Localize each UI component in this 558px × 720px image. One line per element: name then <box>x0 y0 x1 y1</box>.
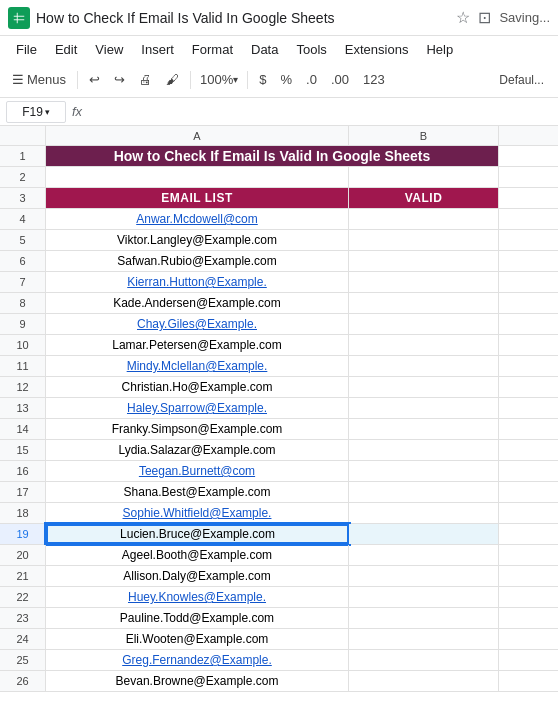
cell-reference[interactable]: F19 ▾ <box>6 101 66 123</box>
cell-21-email[interactable]: Allison.Daly@Example.com <box>46 566 349 586</box>
cell-10-email[interactable]: Lamar.Petersen@Example.com <box>46 335 349 355</box>
cell-19-valid[interactable] <box>349 524 499 544</box>
row-num-16: 16 <box>0 461 46 481</box>
font-selector[interactable]: Defaul... <box>491 69 552 91</box>
cell-2b[interactable] <box>349 167 499 187</box>
cell-17-email[interactable]: Shana.Best@Example.com <box>46 482 349 502</box>
print-icon: 🖨 <box>139 72 152 87</box>
currency-label: $ <box>259 72 266 87</box>
row-num-25: 25 <box>0 650 46 670</box>
cell-20-valid[interactable] <box>349 545 499 565</box>
cell-21-valid[interactable] <box>349 566 499 586</box>
cell-26-valid[interactable] <box>349 671 499 691</box>
undo-icon: ↩ <box>89 72 100 87</box>
row-num-26: 26 <box>0 671 46 691</box>
inc-decimals-button[interactable]: .00 <box>325 68 355 91</box>
sheet-row-16: 16 Teegan.Burnett@com <box>0 461 558 482</box>
cell-5-email[interactable]: Viktor.Langley@Example.com <box>46 230 349 250</box>
cell-15-valid[interactable] <box>349 440 499 460</box>
title-cell[interactable]: How to Check If Email Is Valid In Google… <box>46 146 499 166</box>
menu-tools[interactable]: Tools <box>288 40 334 59</box>
sheet-row-20: 20 Ageel.Booth@Example.com <box>0 545 558 566</box>
cell-11-valid[interactable] <box>349 356 499 376</box>
cell-18-valid[interactable] <box>349 503 499 523</box>
cell-8-email[interactable]: Kade.Andersen@Example.com <box>46 293 349 313</box>
cell-13-valid[interactable] <box>349 398 499 418</box>
cell-4-valid[interactable] <box>349 209 499 229</box>
menu-file[interactable]: File <box>8 40 45 59</box>
cell-7-email[interactable]: Kierran.Hutton@Example. <box>46 272 349 292</box>
currency-button[interactable]: $ <box>253 68 272 91</box>
col-header-b[interactable]: B <box>349 126 499 145</box>
percent-button[interactable]: % <box>275 68 299 91</box>
menu-insert[interactable]: Insert <box>133 40 182 59</box>
print-button[interactable]: 🖨 <box>133 68 158 91</box>
col-header-a[interactable]: A <box>46 126 349 145</box>
cell-2a[interactable] <box>46 167 349 187</box>
cell-25-valid[interactable] <box>349 650 499 670</box>
cell-9-valid[interactable] <box>349 314 499 334</box>
row-num-18: 18 <box>0 503 46 523</box>
cell-15-email[interactable]: Lydia.Salazar@Example.com <box>46 440 349 460</box>
cell-14-valid[interactable] <box>349 419 499 439</box>
cell-23-valid[interactable] <box>349 608 499 628</box>
column-headers: A B <box>0 126 558 146</box>
header-email-list[interactable]: EMAIL LIST <box>46 188 349 208</box>
menus-button[interactable]: ☰ Menus <box>6 68 72 91</box>
cell-13-email[interactable]: Haley.Sparrow@Example. <box>46 398 349 418</box>
menu-edit[interactable]: Edit <box>47 40 85 59</box>
header-valid[interactable]: VALID <box>349 188 499 208</box>
cell-14-email[interactable]: Franky.Simpson@Example.com <box>46 419 349 439</box>
cell-26-email[interactable]: Bevan.Browne@Example.com <box>46 671 349 691</box>
menu-help[interactable]: Help <box>418 40 461 59</box>
email-value: Teegan.Burnett@com <box>139 464 255 478</box>
dec-decimals-button[interactable]: .0 <box>300 68 323 91</box>
cell-20-email[interactable]: Ageel.Booth@Example.com <box>46 545 349 565</box>
paint-format-button[interactable]: 🖌 <box>160 68 185 91</box>
row-num-2: 2 <box>0 167 46 187</box>
cell-17-valid[interactable] <box>349 482 499 502</box>
undo-button[interactable]: ↩ <box>83 68 106 91</box>
inc-decimals-label: .00 <box>331 72 349 87</box>
cell-23-email[interactable]: Pauline.Todd@Example.com <box>46 608 349 628</box>
cell-24-email[interactable]: Eli.Wooten@Example.com <box>46 629 349 649</box>
cell-11-email[interactable]: Mindy.Mclellan@Example. <box>46 356 349 376</box>
cell-22-email[interactable]: Huey.Knowles@Example. <box>46 587 349 607</box>
cell-4-email[interactable]: Anwar.Mcdowell@com <box>46 209 349 229</box>
zoom-selector[interactable]: 100% ▾ <box>196 68 242 91</box>
cell-12-valid[interactable] <box>349 377 499 397</box>
menu-extensions[interactable]: Extensions <box>337 40 417 59</box>
menu-bar: File Edit View Insert Format Data Tools … <box>0 36 558 62</box>
cell-16-valid[interactable] <box>349 461 499 481</box>
cell-24-valid[interactable] <box>349 629 499 649</box>
cell-10-valid[interactable] <box>349 335 499 355</box>
sheet-row-5: 5 Viktor.Langley@Example.com <box>0 230 558 251</box>
formula-input[interactable] <box>88 101 552 123</box>
cell-7-valid[interactable] <box>349 272 499 292</box>
folder-icon[interactable]: ⊡ <box>478 8 491 27</box>
cell-8-valid[interactable] <box>349 293 499 313</box>
format123-button[interactable]: 123 <box>357 68 391 91</box>
cell-6-email[interactable]: Safwan.Rubio@Example.com <box>46 251 349 271</box>
redo-button[interactable]: ↪ <box>108 68 131 91</box>
email-value: Chay.Giles@Example. <box>137 317 257 331</box>
cell-12-email[interactable]: Christian.Ho@Example.com <box>46 377 349 397</box>
cell-ref-chevron[interactable]: ▾ <box>45 107 50 117</box>
menu-data[interactable]: Data <box>243 40 286 59</box>
cell-25-email[interactable]: Greg.Fernandez@Example. <box>46 650 349 670</box>
menu-view[interactable]: View <box>87 40 131 59</box>
cell-19-email[interactable]: Lucien.Bruce@Example.com <box>46 524 349 544</box>
cell-18-email[interactable]: Sophie.Whitfield@Example. <box>46 503 349 523</box>
cell-9-email[interactable]: Chay.Giles@Example. <box>46 314 349 334</box>
zoom-value: 100% <box>200 72 233 87</box>
cell-22-valid[interactable] <box>349 587 499 607</box>
cell-16-email[interactable]: Teegan.Burnett@com <box>46 461 349 481</box>
toolbar-divider-3 <box>247 71 248 89</box>
row-num-6: 6 <box>0 251 46 271</box>
cell-5-valid[interactable] <box>349 230 499 250</box>
cell-6-valid[interactable] <box>349 251 499 271</box>
toolbar: ☰ Menus ↩ ↪ 🖨 🖌 100% ▾ $ % .0 .00 123 De… <box>0 62 558 98</box>
menu-format[interactable]: Format <box>184 40 241 59</box>
star-icon[interactable]: ☆ <box>456 8 470 27</box>
sheet-row-10: 10 Lamar.Petersen@Example.com <box>0 335 558 356</box>
